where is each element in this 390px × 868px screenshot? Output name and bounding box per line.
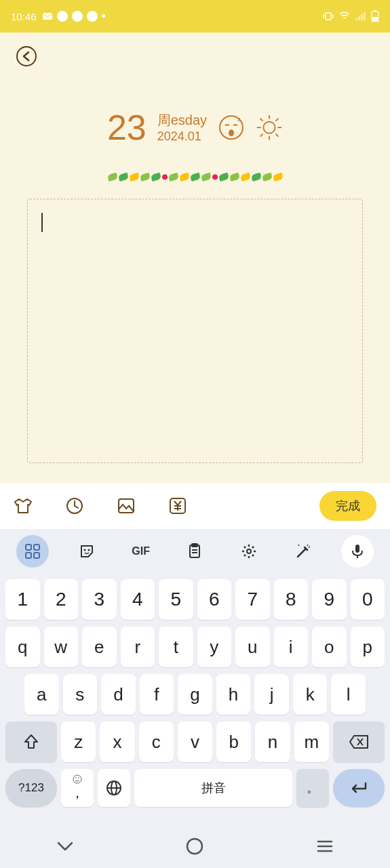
microphone-icon (349, 543, 366, 559)
key-g[interactable]: g (178, 674, 212, 715)
battery-icon (371, 10, 379, 22)
key-h[interactable]: h (216, 674, 251, 715)
date-weekday: 周esday (157, 111, 207, 130)
key-p[interactable]: p (351, 627, 385, 667)
key-x[interactable]: x (100, 722, 134, 762)
key-enter[interactable] (333, 769, 385, 807)
keyboard-apps-button[interactable] (16, 535, 49, 568)
backspace-icon (349, 734, 369, 749)
key-e[interactable]: e (82, 627, 117, 667)
key-f[interactable]: f (140, 674, 174, 715)
key-y[interactable]: y (197, 627, 232, 667)
shift-icon (22, 733, 40, 751)
status-more-icon: • (102, 9, 106, 24)
key-shift[interactable] (5, 722, 57, 762)
key-l[interactable]: l (331, 674, 366, 715)
keyboard-sticker-button[interactable] (71, 535, 103, 568)
key-2[interactable]: 2 (44, 579, 79, 620)
svg-rect-8 (372, 17, 378, 21)
date-full: 2024.01 (157, 130, 207, 144)
navigation-bar (0, 825, 390, 868)
svg-rect-25 (34, 545, 39, 550)
key-j[interactable]: j (254, 674, 289, 715)
key-mode-switch[interactable]: ?123 (5, 769, 57, 807)
key-n[interactable]: n (255, 722, 290, 762)
keyboard-voice-button[interactable] (341, 535, 374, 568)
keyboard-gif-button[interactable]: GIF (125, 535, 157, 568)
key-a[interactable]: a (24, 674, 59, 715)
svg-line-19 (260, 134, 263, 137)
key-period[interactable]: 。 (296, 769, 329, 807)
keyboard-clipboard-button[interactable] (178, 535, 211, 568)
nav-home-button[interactable] (181, 833, 208, 860)
sleepy-face-icon: z (218, 115, 244, 140)
key-w[interactable]: w (44, 627, 79, 667)
mood-selector[interactable]: z (218, 114, 245, 141)
key-m[interactable]: m (294, 722, 329, 762)
time-tool[interactable] (65, 496, 84, 515)
key-v[interactable]: v (178, 722, 212, 762)
key-8[interactable]: 8 (274, 579, 309, 620)
key-0[interactable]: 0 (351, 579, 385, 620)
gear-icon (241, 543, 257, 559)
grid-icon (24, 543, 41, 559)
key-u[interactable]: u (235, 627, 270, 667)
key-c[interactable]: c (139, 722, 174, 762)
key-o[interactable]: o (312, 627, 347, 667)
keyboard: 1 2 3 4 5 6 7 8 9 0 q w e r t y u i o p … (0, 574, 390, 825)
key-space[interactable]: 拼音 (134, 769, 292, 807)
svg-rect-24 (26, 545, 31, 550)
key-i[interactable]: i (274, 627, 309, 667)
key-1[interactable]: 1 (5, 579, 40, 620)
done-button[interactable]: 完成 (319, 491, 376, 521)
text-cursor (41, 213, 43, 232)
svg-point-38 (78, 777, 79, 778)
key-language[interactable] (98, 769, 130, 807)
editor-toolbar: 完成 (0, 483, 390, 529)
svg-rect-7 (374, 10, 376, 12)
weather-selector[interactable] (256, 114, 283, 141)
key-5[interactable]: 5 (159, 579, 193, 620)
key-z[interactable]: z (61, 722, 96, 762)
svg-rect-26 (26, 553, 31, 558)
svg-rect-4 (361, 14, 363, 20)
key-7[interactable]: 7 (235, 579, 270, 620)
key-9[interactable]: 9 (312, 579, 347, 620)
magic-wand-icon (295, 543, 311, 559)
key-r[interactable]: r (121, 627, 155, 667)
key-s[interactable]: s (63, 674, 98, 715)
gif-label: GIF (132, 545, 150, 557)
date-header: 23 周esday 2024.01 z (0, 107, 390, 148)
back-button[interactable] (16, 46, 37, 66)
mail-icon (42, 11, 53, 22)
svg-point-10 (229, 130, 234, 136)
svg-line-17 (260, 119, 263, 121)
key-comma[interactable]: ， (61, 769, 94, 807)
svg-line-18 (276, 134, 279, 137)
key-d[interactable]: d (101, 674, 136, 715)
clipboard-icon (187, 543, 203, 559)
key-k[interactable]: k (293, 674, 328, 715)
image-tool[interactable] (117, 496, 136, 515)
svg-point-37 (75, 777, 77, 778)
money-tool[interactable] (168, 496, 187, 515)
diary-text-input[interactable] (27, 199, 363, 463)
svg-line-20 (276, 119, 279, 121)
keyboard-settings-button[interactable] (233, 535, 265, 568)
key-t[interactable]: t (159, 627, 193, 667)
key-q[interactable]: q (5, 627, 40, 667)
status-check-icon: ✓ (72, 11, 83, 22)
clothing-tool[interactable] (14, 496, 33, 515)
key-backspace[interactable] (333, 722, 385, 762)
chevron-down-icon (56, 840, 75, 852)
svg-rect-3 (358, 16, 360, 20)
key-6[interactable]: 6 (197, 579, 232, 620)
status-check-icon: ✓ (57, 11, 68, 22)
keyboard-magic-button[interactable] (287, 535, 319, 568)
signal-icon (355, 12, 367, 21)
key-3[interactable]: 3 (82, 579, 117, 620)
nav-back-button[interactable] (52, 833, 79, 860)
key-b[interactable]: b (216, 722, 251, 762)
nav-menu-button[interactable] (311, 833, 338, 860)
key-4[interactable]: 4 (121, 579, 155, 620)
